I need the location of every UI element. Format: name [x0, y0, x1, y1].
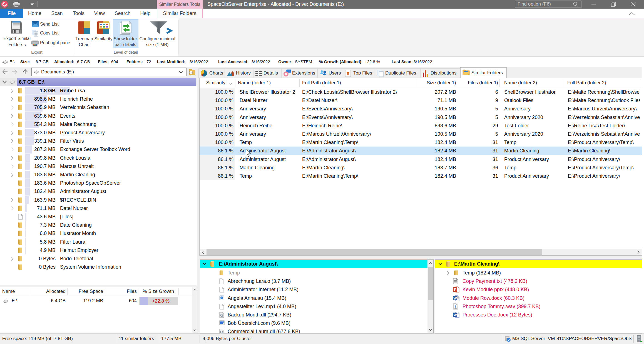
svg-text:P: P [454, 288, 456, 292]
svg-text:W: W [453, 296, 457, 300]
svg-text:W: W [453, 313, 457, 317]
svg-text:WAV: WAV [454, 308, 457, 309]
